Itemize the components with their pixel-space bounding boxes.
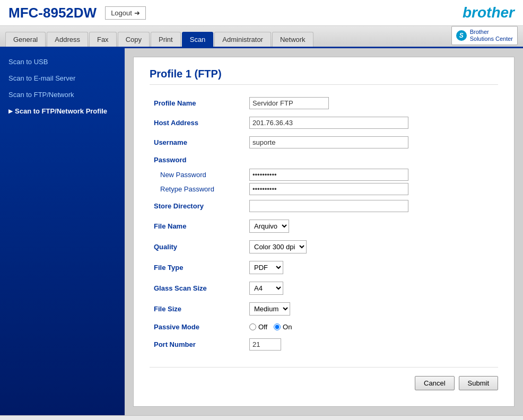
navbar: General Address Fax Copy Print Scan Admi… xyxy=(0,26,523,48)
username-label: Username xyxy=(150,133,245,152)
host-address-cell xyxy=(245,113,498,133)
file-size-select[interactable]: Small Medium Large xyxy=(249,302,290,316)
retype-password-label: Retype Password xyxy=(150,182,245,196)
host-address-label: Host Address xyxy=(150,113,245,133)
port-number-row: Port Number xyxy=(150,335,498,354)
store-directory-input[interactable] xyxy=(249,200,408,212)
quality-row: Quality Color 300 dpi Color 200 dpi Colo… xyxy=(150,237,498,257)
logout-button[interactable]: Logout ➜ xyxy=(105,6,146,20)
sidebar: Scan to USB Scan to E-mail Server Scan t… xyxy=(0,48,125,415)
tab-general[interactable]: General xyxy=(5,32,46,47)
file-size-row: File Size Small Medium Large xyxy=(150,299,498,319)
passive-mode-radio-group: Off On xyxy=(249,323,494,331)
sidebar-label: Scan to E-mail Server xyxy=(8,74,75,82)
passive-mode-off-label[interactable]: Off xyxy=(249,323,267,331)
retype-password-row: Retype Password xyxy=(150,182,498,196)
passive-mode-cell: Off On xyxy=(245,319,498,335)
quality-select[interactable]: Color 300 dpi Color 200 dpi Color 100 dp… xyxy=(249,240,307,253)
sidebar-label: Scan to FTP/Network xyxy=(8,91,74,99)
new-password-cell xyxy=(245,168,498,182)
glass-scan-size-select[interactable]: A4 Letter Legal xyxy=(249,282,283,295)
nav-tabs: General Address Fax Copy Print Scan Admi… xyxy=(5,30,313,47)
file-size-cell: Small Medium Large xyxy=(245,299,498,319)
tab-print[interactable]: Print xyxy=(151,32,181,47)
tab-fax[interactable]: Fax xyxy=(89,32,117,47)
username-input[interactable] xyxy=(249,136,408,148)
quality-cell: Color 300 dpi Color 200 dpi Color 100 dp… xyxy=(245,237,498,257)
host-address-input[interactable] xyxy=(249,117,408,129)
glass-scan-size-label: Glass Scan Size xyxy=(150,278,245,299)
port-number-label: Port Number xyxy=(150,335,245,354)
footer: Copyright(C) 2000-2012 Brother Industrie… xyxy=(0,415,523,420)
passive-mode-row: Passive Mode Off On xyxy=(150,319,498,335)
main: Scan to USB Scan to E-mail Server Scan t… xyxy=(0,48,523,415)
file-name-cell: Arquivo Date Custom xyxy=(245,216,498,237)
profile-name-row: Profile Name xyxy=(150,93,498,113)
username-row: Username xyxy=(150,133,498,152)
quality-label: Quality xyxy=(150,237,245,257)
file-type-cell: PDF JPEG TIFF xyxy=(245,257,498,278)
button-row: Cancel Submit xyxy=(150,367,498,390)
password-label: Password xyxy=(150,152,245,168)
retype-password-input[interactable] xyxy=(249,183,408,195)
sidebar-label: Scan to FTP/Network Profile xyxy=(15,107,107,115)
tab-copy[interactable]: Copy xyxy=(118,32,150,47)
sidebar-item-scan-to-usb[interactable]: Scan to USB xyxy=(0,54,125,70)
passive-mode-off-radio[interactable] xyxy=(249,323,256,330)
file-type-label: File Type xyxy=(150,257,245,278)
passive-mode-on-label[interactable]: On xyxy=(274,323,292,331)
cancel-button[interactable]: Cancel xyxy=(415,376,454,390)
logout-label: Logout xyxy=(111,9,132,17)
brother-solutions-icon: S xyxy=(456,30,467,41)
glass-scan-size-cell: A4 Letter Legal xyxy=(245,278,498,299)
profile-name-cell xyxy=(245,93,498,113)
sidebar-label: Scan to USB xyxy=(8,58,48,66)
submit-button[interactable]: Submit xyxy=(459,376,498,390)
file-name-select[interactable]: Arquivo Date Custom xyxy=(249,220,289,233)
file-name-label: File Name xyxy=(150,216,245,237)
new-password-label: New Password xyxy=(150,168,245,182)
store-directory-label: Store Directory xyxy=(150,196,245,216)
model-name: MFC-8952DW xyxy=(8,5,97,21)
content-inner: Profile 1 (FTP) Profile Name Host Addres… xyxy=(133,57,515,407)
sidebar-item-scan-to-ftp[interactable]: Scan to FTP/Network xyxy=(0,86,125,103)
brother-solutions-button[interactable]: S BrotherSolutions Center xyxy=(451,26,518,45)
file-name-row: File Name Arquivo Date Custom xyxy=(150,216,498,237)
form-table: Profile Name Host Address Us xyxy=(150,93,498,354)
profile-name-input[interactable] xyxy=(249,97,329,109)
store-directory-row: Store Directory xyxy=(150,196,498,216)
port-number-input[interactable] xyxy=(249,338,281,351)
tab-address[interactable]: Address xyxy=(47,32,88,47)
file-type-row: File Type PDF JPEG TIFF xyxy=(150,257,498,278)
content: Profile 1 (FTP) Profile Name Host Addres… xyxy=(125,48,523,415)
store-directory-cell xyxy=(245,196,498,216)
new-password-input[interactable] xyxy=(249,169,408,181)
file-size-label: File Size xyxy=(150,299,245,319)
passive-mode-on-radio[interactable] xyxy=(274,323,281,330)
profile-name-label: Profile Name xyxy=(150,93,245,113)
passive-mode-label: Passive Mode xyxy=(150,319,245,335)
logout-arrow-icon: ➜ xyxy=(134,9,140,17)
brother-solutions-text: BrotherSolutions Center xyxy=(470,29,513,42)
retype-password-cell xyxy=(245,182,498,196)
sidebar-item-scan-to-ftp-profile[interactable]: Scan to FTP/Network Profile xyxy=(0,103,125,119)
new-password-row: New Password xyxy=(150,168,498,182)
tab-network[interactable]: Network xyxy=(272,32,313,47)
tab-administrator[interactable]: Administrator xyxy=(214,32,271,47)
port-number-cell xyxy=(245,335,498,354)
header: MFC-8952DW Logout ➜ brother xyxy=(0,0,523,26)
tab-scan[interactable]: Scan xyxy=(182,32,214,47)
sidebar-item-scan-to-email[interactable]: Scan to E-mail Server xyxy=(0,70,125,86)
file-type-select[interactable]: PDF JPEG TIFF xyxy=(249,261,283,274)
password-header-row: Password xyxy=(150,152,498,168)
username-cell xyxy=(245,133,498,152)
glass-scan-size-row: Glass Scan Size A4 Letter Legal xyxy=(150,278,498,299)
brother-logo: brother xyxy=(463,4,515,21)
host-address-row: Host Address xyxy=(150,113,498,133)
page-title: Profile 1 (FTP) xyxy=(150,68,498,85)
solutions-s-letter: S xyxy=(459,32,464,39)
passive-mode-on-text: On xyxy=(283,323,292,331)
passive-mode-off-text: Off xyxy=(258,323,267,331)
header-left: MFC-8952DW Logout ➜ xyxy=(8,5,146,21)
